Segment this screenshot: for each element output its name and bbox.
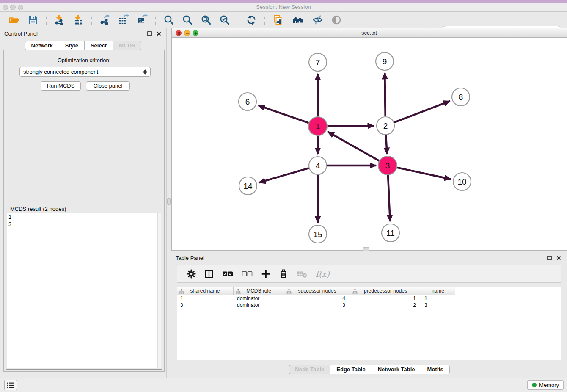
refresh-icon[interactable] [245,14,257,26]
tab-style[interactable]: Style [59,41,85,50]
table-cell[interactable]: dominator [234,295,284,302]
export-network-icon[interactable] [99,14,111,26]
svg-text:11: 11 [386,229,395,237]
graph-edge-1-2[interactable] [327,126,374,126]
tab-network-table[interactable]: Network Table [372,365,421,374]
import-network-icon[interactable] [54,14,66,26]
deselect-all-icon[interactable] [241,268,253,280]
zoom-in-icon[interactable] [163,14,175,26]
column-header-predecessor-nodes[interactable]: predecessor nodes [350,287,421,295]
table-toolbar: f(x) [177,265,561,283]
graph-edge-3-10[interactable] [397,168,451,179]
table-cell[interactable]: 2 [350,302,421,309]
table-cell[interactable]: 3 [177,302,234,309]
column-header-name[interactable]: name [421,287,455,295]
graph-edge-3-1[interactable] [328,132,380,161]
tab-node-table[interactable]: Node Table [289,365,330,374]
run-mcds-button[interactable]: Run MCDS [41,81,81,91]
control-panel-close-icon[interactable] [156,31,161,36]
graph-node-14[interactable]: 14 [239,177,257,195]
save-session-icon[interactable] [27,14,39,26]
clone-network-icon[interactable] [272,14,284,26]
vertical-splitter[interactable] [166,28,171,378]
vertical-splitter-handle[interactable] [167,198,171,205]
graph-node-3[interactable]: 3 [378,156,397,175]
svg-text:6: 6 [245,97,250,106]
app-zoom-button[interactable] [18,5,23,10]
column-header-MCDS-role[interactable]: MCDS role [234,287,284,295]
mcds-result-scrollbar[interactable] [157,213,161,368]
table-panel-float-icon[interactable] [547,255,552,260]
network-minimize-button[interactable] [184,30,190,36]
table-cell[interactable]: 1 [350,295,421,302]
svg-text:7: 7 [316,58,320,67]
graph-node-6[interactable]: 6 [239,93,256,110]
function-builder-icon-disabled: f(x) [316,268,330,280]
network-graph-canvas[interactable]: 7968124314101511 [172,38,567,250]
memory-button[interactable]: Memory [527,380,564,390]
network-maximize-button[interactable] [193,30,198,36]
table-cell[interactable]: 3 [284,302,350,309]
export-image-icon[interactable] [136,14,148,26]
tab-select[interactable]: Select [85,41,113,50]
show-columns-icon[interactable] [204,268,214,280]
control-panel-float-icon[interactable] [147,31,152,36]
mcds-result-text[interactable]: 1 3 [7,213,157,368]
column-header-successor-nodes[interactable]: successor nodes [284,287,350,295]
app-close-button[interactable] [3,5,8,10]
open-session-icon[interactable] [8,14,20,26]
table-cell[interactable]: 1 [421,295,455,302]
task-history-button[interactable] [4,380,17,390]
table-panel-close-icon[interactable] [556,255,561,260]
graph-node-15[interactable]: 15 [309,225,327,243]
table-cell[interactable]: 1 [177,295,234,302]
table-cell[interactable]: 3 [421,302,455,309]
column-header-shared-name[interactable]: shared name [177,287,234,295]
toggle-details-eye-icon[interactable] [312,14,324,26]
app-titlebar: Session: New Session [0,3,567,12]
graph-edge-2-8[interactable] [394,101,450,123]
graph-node-10[interactable]: 10 [453,173,471,190]
export-table-icon[interactable] [118,14,129,26]
zoom-fit-icon[interactable] [200,14,212,26]
horizontal-splitter-handle[interactable] [363,247,369,251]
zoom-selected-icon[interactable] [219,14,231,26]
graph-node-7[interactable]: 7 [309,53,327,71]
add-column-icon[interactable] [261,268,271,280]
network-close-button[interactable] [176,30,182,36]
table-cell[interactable]: dominator [234,302,284,309]
tab-motifs[interactable]: Motifs [421,365,450,374]
select-all-icon[interactable] [222,268,234,280]
graph-edge-2-3[interactable] [386,135,387,154]
show-networks-icon[interactable] [291,14,305,26]
delete-column-trash-icon[interactable] [278,268,289,280]
network-window-titlebar: scc.txt [172,28,567,38]
graph-node-11[interactable]: 11 [382,224,399,242]
table-cell[interactable]: 4 [284,295,350,302]
import-table-icon[interactable] [72,14,84,26]
graph-edge-3-11[interactable] [388,175,390,221]
tab-edge-table[interactable]: Edge Table [330,365,372,374]
table-row[interactable]: 3dominator323 [177,302,561,309]
graph-node-8[interactable]: 8 [452,88,470,106]
tab-network[interactable]: Network [25,41,59,50]
svg-text:1: 1 [316,122,320,131]
app-minimize-button[interactable] [10,5,16,10]
close-panel-button[interactable]: Close panel [86,81,130,91]
graph-node-1[interactable]: 1 [308,117,327,135]
optimization-criterion-select[interactable]: strongly connected component [19,67,151,77]
graph-edge-4-14[interactable] [259,168,309,182]
memory-label: Memory [539,382,559,388]
table-row[interactable]: 1dominator411 [177,295,561,302]
zoom-out-icon[interactable] [182,14,193,26]
control-panel: Control Panel NetworkStyleSelectMCDS Opt… [0,28,166,378]
graph-node-2[interactable]: 2 [377,117,394,135]
tab-mcds[interactable]: MCDS [113,41,141,50]
graph-node-9[interactable]: 9 [376,52,394,70]
graph-edge-1-6[interactable] [258,105,309,123]
graph-node-4[interactable]: 4 [309,157,327,174]
svg-text:3: 3 [385,161,390,170]
mcds-result-group: MCDS result (2 nodes) 1 3 [6,209,162,370]
graph-edge-2-9[interactable] [385,73,385,116]
table-settings-gear-icon[interactable] [186,268,196,280]
